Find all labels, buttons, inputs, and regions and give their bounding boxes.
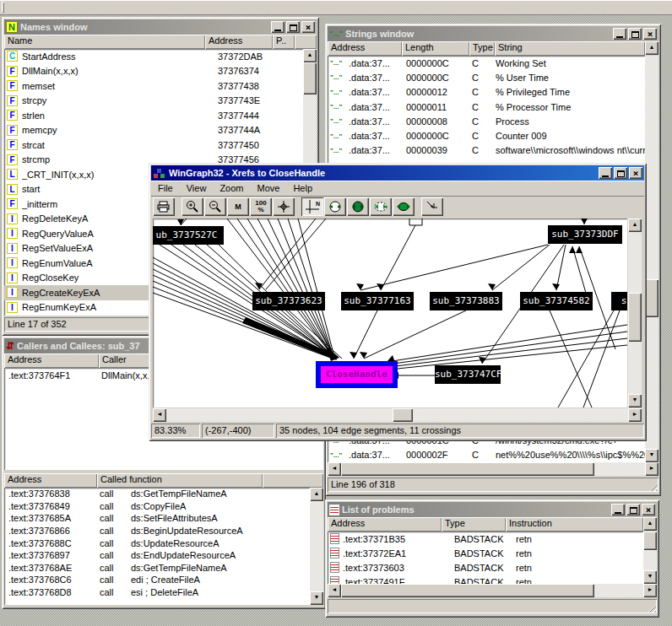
close-button[interactable]: × [301, 21, 315, 33]
close-button[interactable]: × [629, 167, 642, 179]
scroll-down-icon[interactable]: ▼ [645, 449, 658, 462]
maximize-button[interactable] [286, 21, 300, 33]
names-row[interactable]: F DllMain(x,x,x) 37376374 [4, 64, 303, 79]
callee-row[interactable]: .text:37376838 call ds:GetTempFileNameA [4, 488, 310, 500]
problem-row[interactable]: .text:3737491F BADSTACK retn [328, 575, 643, 584]
center-button[interactable] [273, 197, 295, 216]
names-row[interactable]: F memcpy 3737744A [4, 123, 303, 138]
column-header-address[interactable]: Address [4, 353, 99, 368]
zoom-in-button[interactable] [182, 197, 203, 216]
scroll-right-icon[interactable]: ► [643, 584, 657, 597]
column-header-address[interactable]: Address [205, 35, 273, 49]
names-titlebar[interactable]: N Names window × [4, 19, 317, 35]
scroll-thumb[interactable] [393, 408, 413, 422]
graph-vscrollbar[interactable]: ▲ ▼ [628, 219, 642, 407]
graph-node[interactable]: sub_37373DDF [548, 225, 622, 244]
column-header-name[interactable]: Name [4, 35, 205, 49]
minimize-button[interactable] [613, 28, 626, 40]
names-row[interactable]: F strcpy 3737743E [4, 94, 303, 109]
strings-row[interactable]: .data:37... 0000000C C Working Set [328, 56, 645, 70]
menu-item[interactable]: Help [286, 181, 319, 195]
scroll-left-icon[interactable]: ◄ [153, 408, 166, 422]
graph-canvas[interactable]: ub_3737527C sub_37373DDF sub_37373623 su… [153, 219, 627, 407]
strings-row[interactable]: .data:37... 00000039 C software\\microso… [328, 143, 645, 158]
strings-row[interactable]: .data:37... 0000000C C Counter 009 [328, 128, 645, 143]
graph-node[interactable]: s [611, 292, 627, 310]
names-row[interactable]: F strcat 37377450 [4, 138, 303, 153]
problems-vscrollbar[interactable]: ▼ [643, 532, 657, 584]
scroll-down-icon[interactable]: ▼ [643, 570, 657, 584]
scroll-up-icon[interactable]: ▲ [643, 517, 657, 531]
strings-vscrollbar[interactable]: ▼ [645, 56, 658, 462]
scroll-right-icon[interactable]: ► [628, 408, 642, 422]
maximize-button[interactable] [614, 167, 627, 179]
graph-node[interactable]: sub_37373623 [252, 292, 325, 310]
layout-select-button[interactable] [370, 197, 392, 216]
graph-node[interactable]: ub_3737527C [153, 226, 224, 245]
scroll-down-icon[interactable]: ▼ [310, 591, 323, 605]
column-header-type[interactable]: Type [469, 41, 495, 56]
scroll-up-icon[interactable]: ▲ [310, 488, 323, 501]
edge-tool-button[interactable] [421, 197, 443, 216]
problems-titlebar[interactable]: List of problems × [328, 502, 657, 517]
wingraph-titlebar[interactable]: WinGraph32 - Xrefs to CloseHandle × [151, 165, 644, 181]
minimize-button[interactable] [599, 167, 612, 179]
menu-item[interactable]: Move [251, 181, 287, 195]
callee-row[interactable]: .text:3737685A call ds:SetFileAttributes… [4, 512, 310, 525]
maximize-button[interactable] [628, 28, 642, 40]
layout-move-button[interactable] [393, 197, 415, 216]
strings-row[interactable]: .data:37... 00000012 C % Privileged Time [328, 85, 645, 100]
menu-item[interactable]: File [151, 181, 180, 195]
minimize-button[interactable] [611, 504, 625, 515]
maximize-button[interactable] [626, 504, 640, 515]
layout-sphere-button[interactable] [347, 197, 369, 216]
zoom-out-button[interactable] [204, 197, 226, 216]
toolbar-grip[interactable] [2, 2, 4, 13]
zoom-fit-button[interactable]: M [227, 197, 249, 216]
graph-node[interactable]: sub_373747CF [435, 365, 501, 384]
column-header-called-function[interactable]: Called function [97, 473, 263, 488]
scroll-left-icon[interactable]: ◄ [328, 584, 341, 597]
column-header-address[interactable]: Address [328, 517, 442, 532]
problem-row[interactable]: .text:37372EA1 BADSTACK retn [328, 546, 643, 560]
column-header-address[interactable]: Address [328, 41, 402, 56]
close-button[interactable]: × [643, 28, 657, 40]
layout-orthogonal-button[interactable]: N [301, 197, 323, 216]
scroll-thumb[interactable] [643, 532, 657, 550]
strings-row[interactable]: .data:37... 0000002F C net%%20use%%20\\\… [328, 448, 645, 462]
names-row[interactable]: C StartAddress 37372DAB [4, 49, 303, 64]
callee-row[interactable]: .text:37376897 call ds:EndUpdateResource… [4, 549, 310, 562]
problems-hscrollbar[interactable]: ◄ ► [328, 584, 657, 597]
callee-row[interactable]: .text:37376866 call ds:BeginUpdateResour… [4, 525, 310, 537]
names-row[interactable]: F memset 37377438 [4, 78, 303, 94]
graph-node[interactable]: sub_37377163 [341, 292, 414, 310]
scroll-thumb[interactable] [341, 462, 594, 476]
scroll-up-icon[interactable]: ▲ [645, 41, 658, 55]
column-header-instruction[interactable]: Instruction [506, 517, 643, 532]
callees-vscrollbar[interactable]: ▲ ▼ [310, 488, 323, 605]
problem-row[interactable]: .text:37373603 BADSTACK retn [328, 560, 643, 575]
scroll-thumb[interactable] [303, 62, 317, 94]
column-header-length[interactable]: Length [402, 41, 469, 56]
problem-row[interactable]: .text:37371B35 BADSTACK retn [328, 532, 643, 546]
menu-item[interactable]: Zoom [213, 181, 250, 195]
graph-target-node[interactable]: CloseHandle [316, 361, 398, 388]
menu-item[interactable]: View [180, 181, 214, 195]
scroll-thumb[interactable] [341, 584, 594, 597]
resize-grip[interactable] [648, 481, 658, 491]
strings-row[interactable]: .data:37... 0000000C C % User Time [328, 70, 645, 84]
callee-row[interactable]: .text:3737688C call ds:UpdateResourceA [4, 537, 310, 549]
print-button[interactable] [153, 197, 175, 216]
graph-node[interactable]: sub_37373883 [430, 292, 502, 310]
resize-grip[interactable] [646, 602, 656, 613]
callee-row[interactable]: .text:373768AE call ds:GetTempFileNameA [4, 562, 310, 575]
callee-row[interactable]: .text:373768C6 call edi ; CreateFileA [4, 574, 310, 586]
scroll-up-icon[interactable]: ▲ [303, 49, 317, 62]
callee-row[interactable]: .text:373768D8 call esi ; DeleteFileA [4, 586, 310, 599]
scroll-right-icon[interactable]: ► [645, 462, 658, 476]
scroll-thumb[interactable] [645, 279, 658, 317]
strings-row[interactable]: .data:37... 00000008 C Process [328, 114, 645, 128]
strings-titlebar[interactable]: "..." Strings window × [328, 26, 658, 41]
strings-hscrollbar[interactable]: ◄ ► [328, 462, 658, 476]
column-header-p[interactable]: P.. [273, 35, 295, 49]
